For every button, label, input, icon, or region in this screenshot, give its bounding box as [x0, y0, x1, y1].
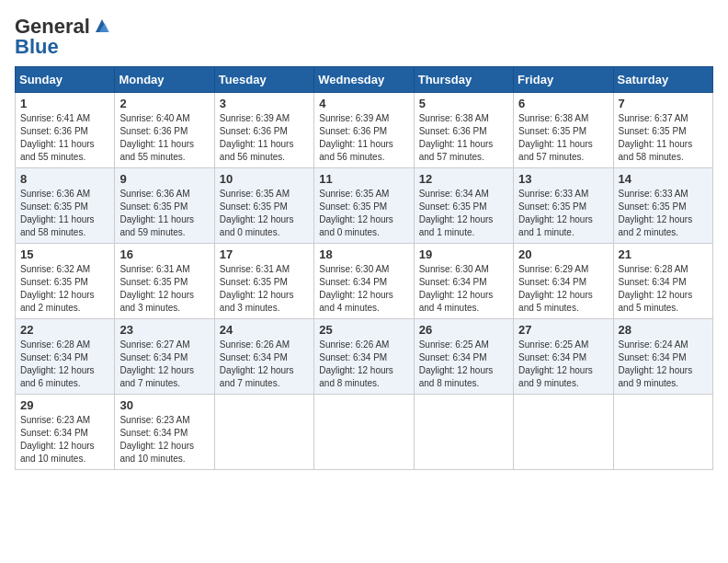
calendar-cell: 16 Sunrise: 6:31 AMSunset: 6:35 PMDaylig… [115, 244, 214, 319]
weekday-header-wednesday: Wednesday [314, 67, 414, 93]
day-info: Sunrise: 6:41 AMSunset: 6:36 PMDaylight:… [20, 112, 109, 164]
calendar-cell: 1 Sunrise: 6:41 AMSunset: 6:36 PMDayligh… [16, 93, 115, 168]
day-number: 30 [119, 398, 209, 412]
day-number: 23 [119, 323, 209, 337]
day-info: Sunrise: 6:37 AMSunset: 6:35 PMDaylight:… [619, 112, 708, 164]
calendar-cell: 7 Sunrise: 6:37 AMSunset: 6:35 PMDayligh… [613, 93, 712, 168]
day-number: 18 [319, 247, 408, 261]
day-number: 6 [518, 97, 608, 110]
calendar-cell: 25 Sunrise: 6:26 AMSunset: 6:34 PMDaylig… [314, 319, 414, 395]
calendar-cell: 2 Sunrise: 6:40 AMSunset: 6:36 PMDayligh… [115, 93, 214, 168]
calendar-week-row: 29 Sunrise: 6:23 AMSunset: 6:34 PMDaylig… [16, 395, 713, 470]
weekday-header-friday: Friday [514, 67, 613, 93]
day-info: Sunrise: 6:31 AMSunset: 6:35 PMDaylight:… [119, 263, 209, 315]
day-info: Sunrise: 6:25 AMSunset: 6:34 PMDaylight:… [419, 339, 508, 390]
day-info: Sunrise: 6:38 AMSunset: 6:36 PMDaylight:… [419, 112, 508, 164]
day-info: Sunrise: 6:26 AMSunset: 6:34 PMDaylight:… [319, 339, 408, 390]
day-number: 7 [619, 97, 708, 110]
calendar-cell: 27 Sunrise: 6:25 AMSunset: 6:34 PMDaylig… [514, 319, 613, 395]
day-info: Sunrise: 6:26 AMSunset: 6:34 PMDaylight:… [220, 339, 309, 390]
day-info: Sunrise: 6:32 AMSunset: 6:35 PMDaylight:… [20, 263, 109, 315]
weekday-header-saturday: Saturday [613, 67, 712, 93]
calendar-week-row: 22 Sunrise: 6:28 AMSunset: 6:34 PMDaylig… [16, 319, 713, 395]
calendar-cell: 21 Sunrise: 6:28 AMSunset: 6:34 PMDaylig… [613, 244, 712, 319]
calendar-cell: 15 Sunrise: 6:32 AMSunset: 6:35 PMDaylig… [16, 244, 115, 319]
day-number: 19 [419, 247, 508, 261]
day-number: 22 [20, 323, 109, 337]
day-info: Sunrise: 6:40 AMSunset: 6:36 PMDaylight:… [119, 112, 209, 164]
calendar-cell: 4 Sunrise: 6:39 AMSunset: 6:36 PMDayligh… [314, 93, 414, 168]
day-number: 15 [20, 247, 109, 261]
day-info: Sunrise: 6:24 AMSunset: 6:34 PMDaylight:… [619, 339, 708, 390]
calendar-cell: 24 Sunrise: 6:26 AMSunset: 6:34 PMDaylig… [214, 319, 313, 395]
calendar-cell [613, 395, 712, 470]
day-number: 11 [319, 172, 408, 186]
day-number: 5 [419, 97, 508, 110]
weekday-header-sunday: Sunday [16, 67, 115, 93]
day-number: 17 [220, 247, 309, 261]
day-info: Sunrise: 6:38 AMSunset: 6:35 PMDaylight:… [518, 112, 608, 164]
day-info: Sunrise: 6:28 AMSunset: 6:34 PMDaylight:… [20, 339, 109, 390]
day-number: 24 [220, 323, 309, 337]
page-header: General Blue [15, 15, 713, 59]
day-info: Sunrise: 6:33 AMSunset: 6:35 PMDaylight:… [518, 188, 608, 239]
calendar-cell: 18 Sunrise: 6:30 AMSunset: 6:34 PMDaylig… [314, 244, 414, 319]
day-info: Sunrise: 6:23 AMSunset: 6:34 PMDaylight:… [119, 414, 209, 465]
calendar-cell [314, 395, 414, 470]
calendar-cell: 29 Sunrise: 6:23 AMSunset: 6:34 PMDaylig… [16, 395, 115, 470]
day-number: 14 [619, 172, 708, 186]
day-info: Sunrise: 6:23 AMSunset: 6:34 PMDaylight:… [20, 414, 109, 465]
calendar-cell [514, 395, 613, 470]
day-number: 20 [518, 247, 608, 261]
day-info: Sunrise: 6:34 AMSunset: 6:35 PMDaylight:… [419, 188, 508, 239]
logo-icon [92, 16, 112, 36]
day-number: 13 [518, 172, 608, 186]
calendar-cell: 8 Sunrise: 6:36 AMSunset: 6:35 PMDayligh… [16, 168, 115, 244]
calendar-cell: 10 Sunrise: 6:35 AMSunset: 6:35 PMDaylig… [214, 168, 313, 244]
logo-blue: Blue [15, 35, 59, 59]
calendar-cell: 3 Sunrise: 6:39 AMSunset: 6:36 PMDayligh… [214, 93, 313, 168]
calendar-cell: 19 Sunrise: 6:30 AMSunset: 6:34 PMDaylig… [414, 244, 513, 319]
calendar-cell: 12 Sunrise: 6:34 AMSunset: 6:35 PMDaylig… [414, 168, 513, 244]
calendar-cell [414, 395, 513, 470]
day-info: Sunrise: 6:39 AMSunset: 6:36 PMDaylight:… [319, 112, 408, 164]
day-number: 12 [419, 172, 508, 186]
calendar-cell: 17 Sunrise: 6:31 AMSunset: 6:35 PMDaylig… [214, 244, 313, 319]
calendar-table: SundayMondayTuesdayWednesdayThursdayFrid… [15, 66, 713, 470]
weekday-header-thursday: Thursday [414, 67, 513, 93]
day-number: 4 [319, 97, 408, 110]
weekday-header-tuesday: Tuesday [214, 67, 313, 93]
calendar-cell: 22 Sunrise: 6:28 AMSunset: 6:34 PMDaylig… [16, 319, 115, 395]
day-number: 28 [619, 323, 708, 337]
weekday-header-row: SundayMondayTuesdayWednesdayThursdayFrid… [16, 67, 713, 93]
calendar-cell: 14 Sunrise: 6:33 AMSunset: 6:35 PMDaylig… [613, 168, 712, 244]
day-info: Sunrise: 6:35 AMSunset: 6:35 PMDaylight:… [220, 188, 309, 239]
calendar-cell: 6 Sunrise: 6:38 AMSunset: 6:35 PMDayligh… [514, 93, 613, 168]
day-info: Sunrise: 6:27 AMSunset: 6:34 PMDaylight:… [119, 339, 209, 390]
calendar-cell: 28 Sunrise: 6:24 AMSunset: 6:34 PMDaylig… [613, 319, 712, 395]
day-info: Sunrise: 6:36 AMSunset: 6:35 PMDaylight:… [119, 188, 209, 239]
day-number: 2 [119, 97, 209, 110]
day-info: Sunrise: 6:30 AMSunset: 6:34 PMDaylight:… [319, 263, 408, 315]
day-info: Sunrise: 6:31 AMSunset: 6:35 PMDaylight:… [220, 263, 309, 315]
day-number: 16 [119, 247, 209, 261]
day-info: Sunrise: 6:35 AMSunset: 6:35 PMDaylight:… [319, 188, 408, 239]
day-number: 27 [518, 323, 608, 337]
day-info: Sunrise: 6:30 AMSunset: 6:34 PMDaylight:… [419, 263, 508, 315]
day-number: 9 [119, 172, 209, 186]
calendar-cell: 13 Sunrise: 6:33 AMSunset: 6:35 PMDaylig… [514, 168, 613, 244]
calendar-week-row: 8 Sunrise: 6:36 AMSunset: 6:35 PMDayligh… [16, 168, 713, 244]
day-number: 8 [20, 172, 109, 186]
day-info: Sunrise: 6:29 AMSunset: 6:34 PMDaylight:… [518, 263, 608, 315]
day-number: 1 [20, 97, 109, 110]
day-info: Sunrise: 6:33 AMSunset: 6:35 PMDaylight:… [619, 188, 708, 239]
calendar-cell: 26 Sunrise: 6:25 AMSunset: 6:34 PMDaylig… [414, 319, 513, 395]
calendar-week-row: 15 Sunrise: 6:32 AMSunset: 6:35 PMDaylig… [16, 244, 713, 319]
day-info: Sunrise: 6:39 AMSunset: 6:36 PMDaylight:… [220, 112, 309, 164]
day-number: 21 [619, 247, 708, 261]
calendar-cell: 5 Sunrise: 6:38 AMSunset: 6:36 PMDayligh… [414, 93, 513, 168]
day-number: 26 [419, 323, 508, 337]
calendar-cell: 20 Sunrise: 6:29 AMSunset: 6:34 PMDaylig… [514, 244, 613, 319]
day-number: 3 [220, 97, 309, 110]
calendar-cell: 23 Sunrise: 6:27 AMSunset: 6:34 PMDaylig… [115, 319, 214, 395]
